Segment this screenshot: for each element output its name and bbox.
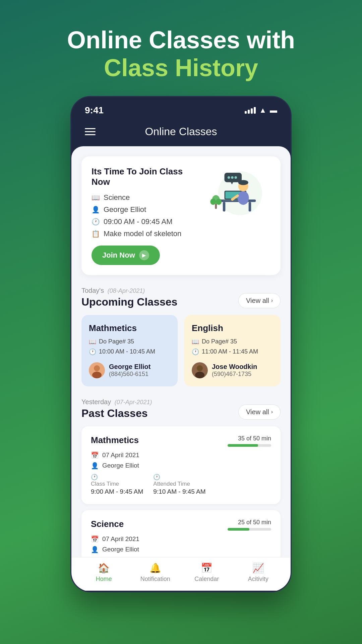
home-icon: 🏠 [98, 562, 110, 574]
svg-point-20 [94, 365, 100, 371]
past-science-progress-label: 25 of 50 min [228, 519, 271, 526]
past-science-progress-fill [228, 528, 249, 531]
upcoming-math-card: Mathmetics 📖 Do Page# 35 🕐 10:00 AM - 10… [81, 315, 178, 386]
past-date: (07-Apr-2021) [115, 399, 152, 406]
past-math-attended-time: 9:10 AM - 9:45 AM [153, 488, 205, 495]
clock-icon: 🕐 [92, 218, 100, 226]
past-math-attended-label: Attended Time [153, 481, 205, 487]
hero-section: Online Classes with Class History [67, 27, 295, 83]
svg-point-18 [216, 199, 222, 205]
past-science-title-block: Science [91, 519, 124, 529]
join-btn-label: Join Now [102, 251, 135, 260]
join-card-left: Its Time To Join Class Now 📖 Science 👤 G… [92, 166, 203, 265]
calendar-label: Calendar [194, 576, 219, 583]
upcoming-label: Today's [81, 287, 104, 294]
join-now-button[interactable]: Join Now ▶ [92, 246, 160, 265]
past-math-header: Mathmetics 35 of 50 min [91, 435, 271, 447]
book-icon-math: 📖 [89, 338, 96, 345]
status-time: 9:41 [85, 105, 104, 116]
past-science-date: 07 April 2021 [102, 535, 139, 543]
math-task-row: 📖 Do Page# 35 [89, 338, 170, 345]
past-science-teacher-row: 👤 George Elliot [91, 546, 271, 553]
main-content: Its Time To Join Class Now 📖 Science 👤 G… [71, 146, 291, 557]
past-math-card: Mathmetics 35 of 50 min 📅 07 April 2021 … [81, 426, 281, 504]
past-math-class-time-label: Class Time [91, 481, 143, 487]
join-card-info: 📖 Science 👤 George Elliot 🕐 09:00 AM - 0… [92, 193, 203, 238]
top-nav: Online Classes [71, 120, 291, 146]
past-science-date-row: 📅 07 April 2021 [91, 535, 271, 543]
past-math-progress-fill [228, 444, 258, 447]
upcoming-date: (08-Apr-2021) [108, 287, 145, 294]
nav-home[interactable]: 🏠 Home [87, 562, 121, 583]
activity-icon: 📈 [252, 562, 264, 574]
join-card-title: Its Time To Join Class Now [92, 166, 203, 187]
clock-icon-attended-math: 🕐 [153, 474, 160, 480]
phone-frame: 9:41 ▲ ▬ Online Classes Its Time To Join… [70, 96, 292, 592]
past-science-name: Science [91, 519, 124, 529]
math-teacher-row: George Elliot (884)560-6151 [89, 362, 170, 378]
english-task-row: 📖 Do Page# 35 [192, 338, 273, 345]
page-title: Online Classes [145, 125, 217, 138]
play-icon: ▶ [139, 250, 149, 260]
past-view-all-button[interactable]: View all › [238, 405, 281, 420]
past-math-time-cols: 🕐 Class Time 9:00 AM - 9:45 AM 🕐 Attende… [91, 474, 271, 495]
past-section-meta: Yesterday (07-Apr-2021) [81, 398, 152, 406]
english-teacher-row: Jose Woodkin (590)467-1735 [192, 362, 273, 378]
task-text: Make model of skeleton [104, 229, 181, 238]
english-card-name: English [192, 323, 273, 333]
person-icon-science: 👤 [91, 546, 99, 553]
past-math-progress-label: 35 of 50 min [228, 435, 271, 442]
upcoming-view-all-label: View all [246, 297, 269, 305]
nav-calendar[interactable]: 📅 Calendar [190, 562, 224, 583]
svg-point-13 [231, 176, 234, 179]
english-teacher-phone: (590)467-1735 [212, 371, 257, 378]
hamburger-button[interactable] [85, 128, 96, 135]
past-math-date-row: 📅 07 April 2021 [91, 451, 271, 459]
svg-point-21 [92, 372, 102, 378]
task-icon: 📋 [92, 230, 100, 238]
subject-text: Science [104, 193, 130, 202]
english-teacher-info: Jose Woodkin (590)467-1735 [212, 363, 257, 378]
past-title: Past Classes [81, 407, 152, 420]
past-math-name: Mathmetics [91, 435, 139, 445]
svg-point-23 [197, 365, 203, 371]
past-math-attended-col: 🕐 Attended Time 9:10 AM - 9:45 AM [153, 474, 205, 495]
time-row: 🕐 09:00 AM - 09:45 AM [92, 217, 203, 226]
math-time-row: 🕐 10:00 AM - 10:45 AM [89, 348, 170, 356]
notification-icon: 🔔 [149, 562, 161, 574]
task-row: 📋 Make model of skeleton [92, 229, 203, 238]
past-math-progress-area: 35 of 50 min [228, 435, 271, 447]
past-view-all-label: View all [246, 408, 269, 416]
upcoming-view-all-button[interactable]: View all › [238, 293, 281, 308]
class-illustration [203, 166, 270, 220]
past-science-progress-bar [228, 528, 271, 531]
math-card-name: Mathmetics [89, 323, 170, 333]
calendar-icon: 📅 [201, 562, 213, 574]
past-label: Yesterday [81, 398, 111, 406]
home-label: Home [96, 576, 112, 583]
nav-notification[interactable]: 🔔 Notification [138, 562, 172, 583]
past-science-progress-area: 25 of 50 min [228, 519, 271, 531]
status-icons: ▲ ▬ [245, 106, 277, 115]
calendar-icon-math: 📅 [91, 451, 99, 459]
nav-activity[interactable]: 📈 Acitivity [241, 562, 275, 583]
status-bar: 9:41 ▲ ▬ [71, 97, 291, 120]
english-time-row: 🕐 11:00 AM - 11:45 AM [192, 348, 273, 356]
past-science-header: Science 25 of 50 min [91, 519, 271, 531]
svg-rect-3 [249, 202, 251, 211]
person-icon: 👤 [92, 206, 100, 214]
clock-icon-past-math: 🕐 [91, 474, 98, 480]
past-science-info: 📅 07 April 2021 👤 George Elliot [91, 535, 271, 553]
svg-point-12 [228, 176, 230, 179]
english-teacher-avatar [192, 362, 208, 378]
chevron-right-icon: › [271, 298, 273, 304]
wifi-icon: ▲ [259, 106, 266, 115]
battery-icon: ▬ [270, 106, 277, 115]
notification-label: Notification [140, 576, 170, 583]
past-math-date: 07 April 2021 [102, 451, 139, 459]
calendar-icon-science: 📅 [91, 535, 99, 543]
upcoming-section-title-block: Today's (08-Apr-2021) Upcoming Classes [81, 287, 177, 308]
upcoming-section-meta: Today's (08-Apr-2021) [81, 287, 177, 294]
teacher-text: George Elliot [104, 205, 146, 214]
past-math-teacher-row: 👤 George Elliot [91, 462, 271, 470]
